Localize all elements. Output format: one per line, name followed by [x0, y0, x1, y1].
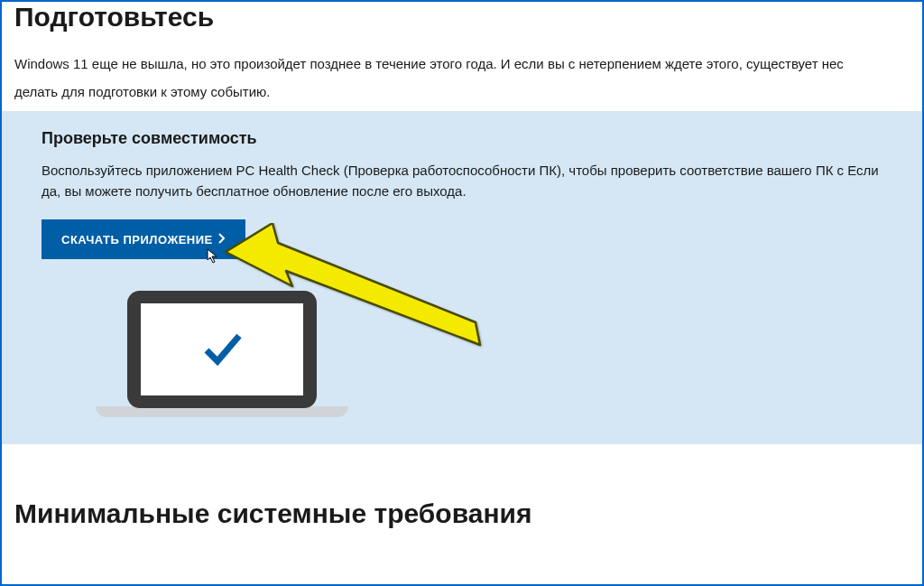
download-app-button[interactable]: СКАЧАТЬ ПРИЛОЖЕНИЕ — [42, 219, 245, 259]
requirements-heading: Минимальные системные требования — [14, 498, 910, 529]
download-button-label: СКАЧАТЬ ПРИЛОЖЕНИЕ — [61, 233, 213, 246]
intro-line1: Windows 11 еще не вышла, но это произойд… — [14, 54, 910, 75]
checkmark-icon — [199, 327, 245, 372]
chevron-right-icon — [218, 232, 226, 246]
compat-text: Воспользуйтесь приложением PC Health Che… — [42, 161, 895, 201]
laptop-icon — [96, 291, 348, 417]
prepare-heading: Подготовьтесь — [14, 2, 910, 33]
intro-line2: делать для подготовки к этому событию. — [14, 82, 910, 103]
compatibility-box: Проверьте совместимость Воспользуйтесь п… — [2, 111, 922, 444]
compat-heading: Проверьте совместимость — [42, 129, 895, 148]
